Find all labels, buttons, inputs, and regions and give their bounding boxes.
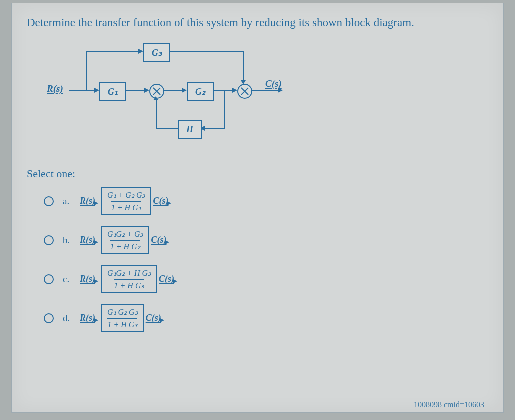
footer-id: 1008098 cmid=10603: [414, 400, 484, 410]
question-text: Determine the transfer function of this …: [27, 16, 488, 30]
radio-c[interactable]: [44, 274, 54, 284]
options-list: a. R(s) G₁ + G₂ G₃ 1 + H G₁ C(s) b. R(s)…: [44, 188, 488, 332]
option-b[interactable]: b. R(s) G₁G₂ + G₃ 1 + H G₂ C(s): [44, 226, 488, 254]
radio-b[interactable]: [44, 236, 54, 246]
block-g1: G₁: [99, 82, 126, 102]
output-label: C(s): [265, 78, 282, 90]
summer-right: [237, 84, 252, 99]
question-paper: Determine the transfer function of this …: [11, 3, 504, 413]
option-d-input: R(s): [80, 313, 95, 324]
option-c[interactable]: c. R(s) G₁G₂ + H G₃ 1 + H G₃ C(s): [44, 266, 488, 294]
option-b-letter: b.: [63, 235, 80, 246]
option-a-letter: a.: [63, 196, 80, 207]
option-a[interactable]: a. R(s) G₁ + G₂ G₃ 1 + H G₁ C(s): [44, 188, 488, 216]
block-diagram: R(s) G₁ G₂ C(s) G₃: [47, 42, 317, 148]
option-c-output: C(s): [159, 274, 174, 284]
option-c-diagram: R(s) G₁G₂ + H G₃ 1 + H G₃ C(s): [80, 266, 178, 294]
option-a-diagram: R(s) G₁ + G₂ G₃ 1 + H G₁ C(s): [80, 188, 172, 216]
option-b-block: G₁G₂ + G₃ 1 + H G₂: [101, 226, 149, 254]
option-a-block: G₁ + G₂ G₃ 1 + H G₁: [101, 188, 151, 216]
option-a-output: C(s): [153, 196, 168, 206]
option-d-output: C(s): [146, 313, 161, 324]
option-d-letter: d.: [63, 313, 80, 324]
option-b-diagram: R(s) G₁G₂ + G₃ 1 + H G₂ C(s): [80, 226, 170, 254]
option-d-diagram: R(s) G₁ G₂ G₃ 1 + H G₃ C(s): [80, 304, 165, 332]
option-d[interactable]: d. R(s) G₁ G₂ G₃ 1 + H G₃ C(s): [44, 304, 488, 332]
block-h: H: [178, 120, 202, 140]
option-c-letter: c.: [63, 274, 80, 285]
option-d-block: G₁ G₂ G₃ 1 + H G₃: [101, 304, 144, 332]
block-g2: G₂: [187, 82, 214, 102]
option-c-input: R(s): [80, 274, 95, 284]
radio-d[interactable]: [44, 314, 54, 324]
option-b-input: R(s): [80, 235, 95, 246]
input-label: R(s): [47, 84, 63, 94]
option-b-output: C(s): [151, 235, 166, 246]
option-a-input: R(s): [80, 196, 95, 206]
select-one-label: Select one:: [27, 168, 488, 180]
option-c-block: G₁G₂ + H G₃ 1 + H G₃: [101, 266, 157, 294]
block-g3: G₃: [143, 44, 170, 62]
radio-a[interactable]: [44, 196, 54, 206]
